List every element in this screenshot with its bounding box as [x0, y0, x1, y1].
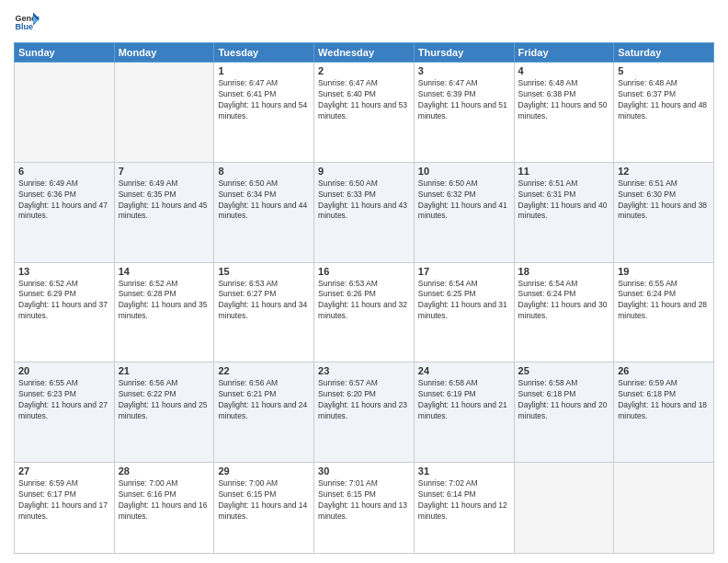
day-number: 7 — [119, 166, 210, 177]
weekday-header-monday: Monday — [114, 43, 214, 63]
calendar-cell: 24Sunrise: 6:58 AM Sunset: 6:19 PM Dayli… — [414, 362, 514, 463]
day-number: 11 — [518, 166, 610, 177]
calendar-cell — [514, 463, 614, 554]
calendar-cell: 16Sunrise: 6:53 AM Sunset: 6:26 PM Dayli… — [314, 262, 415, 362]
calendar-week-row: 13Sunrise: 6:52 AM Sunset: 6:29 PM Dayli… — [15, 262, 714, 362]
calendar-week-row: 20Sunrise: 6:55 AM Sunset: 6:23 PM Dayli… — [15, 362, 714, 463]
calendar-cell: 17Sunrise: 6:54 AM Sunset: 6:25 PM Dayli… — [414, 262, 514, 362]
day-number: 6 — [18, 166, 110, 177]
day-info: Sunrise: 6:50 AM Sunset: 6:34 PM Dayligh… — [218, 178, 310, 223]
day-info: Sunrise: 7:00 AM Sunset: 6:16 PM Dayligh… — [119, 478, 210, 523]
calendar-cell: 12Sunrise: 6:51 AM Sunset: 6:30 PM Dayli… — [614, 162, 714, 262]
svg-text:Blue: Blue — [15, 22, 33, 31]
day-number: 17 — [418, 266, 510, 277]
day-number: 30 — [318, 465, 410, 477]
calendar-cell: 25Sunrise: 6:58 AM Sunset: 6:18 PM Dayli… — [514, 362, 614, 463]
calendar-cell: 4Sunrise: 6:48 AM Sunset: 6:38 PM Daylig… — [514, 63, 614, 163]
day-info: Sunrise: 6:55 AM Sunset: 6:24 PM Dayligh… — [618, 279, 710, 323]
weekday-header-tuesday: Tuesday — [214, 43, 314, 63]
day-number: 24 — [418, 365, 510, 376]
calendar-table: SundayMondayTuesdayWednesdayThursdayFrid… — [14, 42, 714, 554]
day-info: Sunrise: 6:59 AM Sunset: 6:17 PM Dayligh… — [18, 478, 110, 523]
day-info: Sunrise: 6:51 AM Sunset: 6:30 PM Dayligh… — [618, 178, 710, 223]
calendar-cell: 27Sunrise: 6:59 AM Sunset: 6:17 PM Dayli… — [15, 463, 115, 554]
day-number: 3 — [418, 65, 510, 76]
day-number: 2 — [318, 65, 410, 76]
calendar-cell: 13Sunrise: 6:52 AM Sunset: 6:29 PM Dayli… — [15, 262, 115, 362]
day-info: Sunrise: 6:58 AM Sunset: 6:18 PM Dayligh… — [518, 378, 610, 422]
weekday-header-saturday: Saturday — [614, 43, 714, 63]
calendar-cell — [614, 463, 714, 554]
day-number: 14 — [119, 266, 210, 277]
calendar-cell — [15, 63, 115, 163]
day-info: Sunrise: 6:58 AM Sunset: 6:19 PM Dayligh… — [418, 378, 510, 422]
day-info: Sunrise: 7:02 AM Sunset: 6:14 PM Dayligh… — [418, 478, 510, 523]
day-info: Sunrise: 6:47 AM Sunset: 6:41 PM Dayligh… — [218, 78, 310, 122]
calendar-cell: 8Sunrise: 6:50 AM Sunset: 6:34 PM Daylig… — [214, 162, 314, 262]
calendar-cell: 7Sunrise: 6:49 AM Sunset: 6:35 PM Daylig… — [114, 162, 214, 262]
day-number: 12 — [618, 166, 710, 177]
calendar-cell: 1Sunrise: 6:47 AM Sunset: 6:41 PM Daylig… — [214, 63, 314, 163]
calendar-cell: 19Sunrise: 6:55 AM Sunset: 6:24 PM Dayli… — [614, 262, 714, 362]
day-info: Sunrise: 6:49 AM Sunset: 6:35 PM Dayligh… — [119, 178, 210, 223]
day-info: Sunrise: 6:49 AM Sunset: 6:36 PM Dayligh… — [18, 178, 110, 223]
day-number: 31 — [418, 465, 510, 477]
calendar-cell: 2Sunrise: 6:47 AM Sunset: 6:40 PM Daylig… — [314, 63, 415, 163]
day-info: Sunrise: 6:59 AM Sunset: 6:18 PM Dayligh… — [618, 378, 710, 422]
calendar-cell: 10Sunrise: 6:50 AM Sunset: 6:32 PM Dayli… — [414, 162, 514, 262]
day-number: 29 — [218, 465, 310, 477]
day-info: Sunrise: 6:52 AM Sunset: 6:29 PM Dayligh… — [18, 279, 110, 323]
day-info: Sunrise: 6:52 AM Sunset: 6:28 PM Dayligh… — [119, 279, 210, 323]
day-info: Sunrise: 6:51 AM Sunset: 6:31 PM Dayligh… — [518, 178, 610, 223]
calendar-cell: 29Sunrise: 7:00 AM Sunset: 6:15 PM Dayli… — [214, 463, 314, 554]
calendar-cell: 3Sunrise: 6:47 AM Sunset: 6:39 PM Daylig… — [414, 63, 514, 163]
day-info: Sunrise: 6:56 AM Sunset: 6:22 PM Dayligh… — [119, 378, 210, 422]
weekday-header-thursday: Thursday — [414, 43, 514, 63]
day-info: Sunrise: 6:53 AM Sunset: 6:27 PM Dayligh… — [218, 279, 310, 323]
weekday-header-wednesday: Wednesday — [314, 43, 415, 63]
day-info: Sunrise: 6:47 AM Sunset: 6:40 PM Dayligh… — [318, 78, 410, 122]
day-info: Sunrise: 6:48 AM Sunset: 6:38 PM Dayligh… — [518, 78, 610, 122]
page: General Blue SundayMondayTuesdayWednesda… — [0, 0, 728, 563]
calendar-cell: 18Sunrise: 6:54 AM Sunset: 6:24 PM Dayli… — [514, 262, 614, 362]
day-info: Sunrise: 6:55 AM Sunset: 6:23 PM Dayligh… — [18, 378, 110, 422]
calendar-cell: 20Sunrise: 6:55 AM Sunset: 6:23 PM Dayli… — [15, 362, 115, 463]
day-info: Sunrise: 6:47 AM Sunset: 6:39 PM Dayligh… — [418, 78, 510, 122]
day-info: Sunrise: 6:54 AM Sunset: 6:25 PM Dayligh… — [418, 279, 510, 323]
day-number: 5 — [618, 65, 710, 76]
day-number: 15 — [218, 266, 310, 277]
day-number: 8 — [218, 166, 310, 177]
calendar-cell: 28Sunrise: 7:00 AM Sunset: 6:16 PM Dayli… — [114, 463, 214, 554]
day-number: 28 — [119, 465, 210, 477]
calendar-cell: 9Sunrise: 6:50 AM Sunset: 6:33 PM Daylig… — [314, 162, 415, 262]
calendar-cell — [114, 63, 214, 163]
day-number: 20 — [18, 365, 110, 376]
general-blue-logo-icon: General Blue — [14, 9, 40, 35]
day-number: 27 — [18, 465, 110, 477]
calendar-cell: 11Sunrise: 6:51 AM Sunset: 6:31 PM Dayli… — [514, 162, 614, 262]
day-number: 18 — [518, 266, 610, 277]
day-info: Sunrise: 6:50 AM Sunset: 6:32 PM Dayligh… — [418, 178, 510, 223]
calendar-cell: 15Sunrise: 6:53 AM Sunset: 6:27 PM Dayli… — [214, 262, 314, 362]
calendar-cell: 23Sunrise: 6:57 AM Sunset: 6:20 PM Dayli… — [314, 362, 415, 463]
day-info: Sunrise: 6:50 AM Sunset: 6:33 PM Dayligh… — [318, 178, 410, 223]
calendar-cell: 31Sunrise: 7:02 AM Sunset: 6:14 PM Dayli… — [414, 463, 514, 554]
day-info: Sunrise: 6:48 AM Sunset: 6:37 PM Dayligh… — [618, 78, 710, 122]
day-number: 9 — [318, 166, 410, 177]
day-number: 16 — [318, 266, 410, 277]
header: General Blue — [14, 9, 714, 35]
calendar-week-row: 27Sunrise: 6:59 AM Sunset: 6:17 PM Dayli… — [15, 463, 714, 554]
day-number: 10 — [418, 166, 510, 177]
day-number: 4 — [518, 65, 610, 76]
day-number: 13 — [18, 266, 110, 277]
day-info: Sunrise: 7:01 AM Sunset: 6:15 PM Dayligh… — [318, 478, 410, 523]
calendar-cell: 6Sunrise: 6:49 AM Sunset: 6:36 PM Daylig… — [15, 162, 115, 262]
logo-area: General Blue — [14, 9, 40, 35]
day-number: 22 — [218, 365, 310, 376]
calendar-cell: 5Sunrise: 6:48 AM Sunset: 6:37 PM Daylig… — [614, 63, 714, 163]
weekday-header-friday: Friday — [514, 43, 614, 63]
day-info: Sunrise: 6:56 AM Sunset: 6:21 PM Dayligh… — [218, 378, 310, 422]
calendar-cell: 30Sunrise: 7:01 AM Sunset: 6:15 PM Dayli… — [314, 463, 415, 554]
day-info: Sunrise: 6:57 AM Sunset: 6:20 PM Dayligh… — [318, 378, 410, 422]
day-number: 19 — [618, 266, 710, 277]
